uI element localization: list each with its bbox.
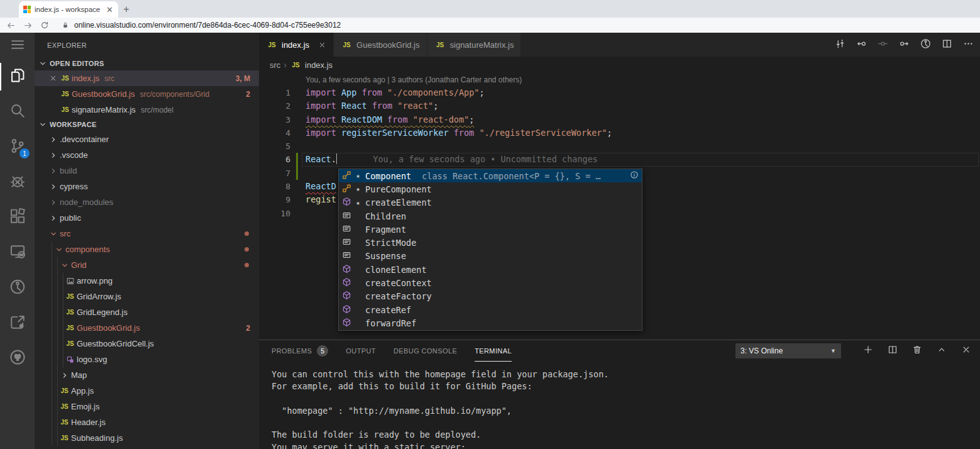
suggestion-label: Children	[365, 211, 406, 221]
code-text: import App from "./components/App";	[306, 86, 485, 99]
tree-file-emoji-js[interactable]: JSEmoji.js	[35, 399, 259, 414]
tree-file-arrow-png[interactable]: arrow.png	[35, 273, 259, 289]
close-icon[interactable]	[47, 74, 59, 82]
tree-folder--vscode[interactable]: .vscode	[35, 147, 259, 163]
tree-folder-src[interactable]: src	[35, 226, 259, 241]
panel-tab-output[interactable]: OUTPUT	[346, 340, 376, 362]
suggestion-component[interactable]: ★Componentclass React.Component<P = {}, …	[339, 169, 642, 182]
editor-tab-signaturematrix-js[interactable]: JSsignatureMatrix.js	[427, 33, 522, 57]
breadcrumb-folder[interactable]: src	[270, 60, 280, 70]
tree-folder-build[interactable]: build	[35, 163, 259, 179]
panel-tab-problems[interactable]: PROBLEMS5	[272, 340, 328, 362]
open-editors-header[interactable]: OPEN EDITORS	[35, 57, 259, 70]
new-tab-button[interactable]: +	[118, 1, 135, 18]
text-cursor	[336, 153, 338, 164]
search-button[interactable]	[0, 94, 35, 130]
inline-blame-annotation: You, a few seconds ago • Uncommitted cha…	[373, 154, 598, 164]
github-button[interactable]	[0, 341, 35, 376]
open-editor-item[interactable]: JSsignatureMatrix.jssrc/model	[35, 102, 259, 118]
explorer-sidebar: EXPLORER OPEN EDITORSJSindex.jssrc3, MJS…	[35, 33, 259, 449]
codelens-annotation[interactable]: You, a few seconds ago | 3 authors (Jona…	[259, 73, 980, 86]
extensions-button[interactable]	[0, 200, 35, 235]
more-actions-icon[interactable]	[963, 38, 974, 52]
indent-guide	[52, 241, 52, 257]
current-change-icon[interactable]	[878, 38, 888, 52]
omnibox[interactable]: online.visualstudio.com/environment/7de8…	[62, 21, 974, 30]
suggestion-label: createFactory	[365, 291, 432, 301]
maximize-panel-icon[interactable]	[937, 345, 947, 357]
suggestion-children[interactable]: Children	[339, 209, 642, 223]
tree-folder-map[interactable]: Map	[35, 367, 259, 383]
info-icon[interactable]	[630, 170, 639, 181]
suggestion-cloneelement[interactable]: cloneElement	[339, 263, 642, 276]
code-editor[interactable]: You, a few seconds ago | 3 authors (Jona…	[259, 73, 980, 340]
suggestion-forwardref[interactable]: forwardRef	[339, 316, 642, 330]
suggestion-purecomponent[interactable]: ★PureComponent	[339, 182, 642, 196]
previous-change-icon[interactable]	[856, 38, 867, 52]
remote-explorer-button[interactable]	[0, 235, 35, 270]
panel-tab-terminal[interactable]: TERMINAL	[475, 340, 512, 362]
split-terminal-icon[interactable]	[888, 345, 898, 357]
live-share-button[interactable]	[0, 306, 35, 341]
panel-tab-debug-console[interactable]: DEBUG CONSOLE	[394, 340, 457, 362]
suggestion-createcontext[interactable]: createContext	[339, 276, 642, 289]
terminal-selector[interactable]: 3: VS Online ▼	[735, 343, 841, 358]
close-panel-icon[interactable]	[961, 345, 971, 357]
tree-folder-public[interactable]: public	[35, 210, 259, 226]
suggestion-suspense[interactable]: Suspense	[339, 250, 642, 263]
environment-icon[interactable]	[920, 38, 931, 52]
close-icon[interactable]	[318, 41, 326, 49]
tree-file-gridlegend-js[interactable]: JSGridLegend.js	[35, 304, 259, 320]
terminal-output[interactable]: You can control this with the homepage f…	[259, 362, 980, 449]
tree-file-gridarrow-js[interactable]: JSGridArrow.js	[35, 289, 259, 304]
source-control-button[interactable]: 1	[0, 130, 35, 165]
image-file-icon	[64, 277, 76, 285]
js-file-icon: JS	[59, 91, 71, 97]
suggestion-createfactory[interactable]: createFactory	[339, 290, 642, 303]
suggestion-createref[interactable]: createRef	[339, 303, 642, 316]
tree-file-logo-svg[interactable]: logo.svg	[35, 352, 259, 367]
tree-file-guestbookgrid-js[interactable]: JSGuestbookGrid.js2	[35, 320, 259, 336]
suggestion-fragment[interactable]: Fragment	[339, 223, 642, 236]
tree-folder-node-modules[interactable]: node_modules	[35, 194, 259, 210]
suggestion-label: cloneElement	[365, 265, 427, 275]
debug-button[interactable]	[0, 165, 35, 200]
split-editor-icon[interactable]	[942, 38, 952, 52]
open-changes-icon[interactable]	[835, 38, 845, 52]
remote-explorer-icon	[9, 243, 26, 262]
environments-button[interactable]	[0, 270, 35, 306]
workspace-header[interactable]: WORKSPACE	[35, 118, 259, 131]
next-change-icon[interactable]	[899, 38, 910, 52]
new-terminal-icon[interactable]	[863, 345, 873, 357]
breadcrumb-file[interactable]: index.js	[305, 60, 333, 70]
close-tab-icon[interactable]: ✕	[106, 5, 114, 14]
back-icon[interactable]	[6, 21, 16, 30]
tree-folder--devcontainer[interactable]: .devcontainer	[35, 131, 259, 147]
tree-folder-components[interactable]: components	[35, 241, 259, 257]
menu-button[interactable]	[0, 33, 35, 59]
tree-folder-cypress[interactable]: cypress	[35, 179, 259, 194]
file-name: GridLegend.js	[77, 308, 128, 317]
field-icon	[342, 250, 351, 262]
tree-file-subheading-js[interactable]: JSSubheading.js	[35, 430, 259, 446]
tree-file-header-js[interactable]: JSHeader.js	[35, 414, 259, 430]
tree-file-guestbookgridcell-js[interactable]: JSGuestbookGridCell.js	[35, 336, 259, 352]
editor-tab-index-js[interactable]: JSindex.js	[259, 33, 334, 57]
forward-icon[interactable]	[23, 21, 33, 30]
browser-toolbar: online.visualstudio.com/environment/7de8…	[0, 18, 980, 33]
open-editor-item[interactable]: JSGuestbookGrid.jssrc/components/Grid2	[35, 86, 259, 102]
environment-icon	[9, 279, 26, 297]
tree-file-app-js[interactable]: JSApp.js	[35, 383, 259, 399]
tree-folder-grid[interactable]: Grid	[35, 257, 259, 273]
suggestion-strictmode[interactable]: StrictMode	[339, 236, 642, 249]
kill-terminal-icon[interactable]	[912, 345, 922, 357]
reload-icon[interactable]	[40, 21, 49, 30]
explorer-button[interactable]	[0, 59, 35, 94]
chevron-down-icon	[36, 58, 48, 69]
suggestion-createelement[interactable]: ★createElement	[339, 196, 642, 209]
editor-tab-guestbookgrid-js[interactable]: JSGuestbookGrid.js	[334, 33, 427, 57]
browser-tab[interactable]: index.js - workspace - Visual Stud ✕	[19, 1, 118, 18]
indent-guide	[57, 336, 58, 352]
indent-guide	[52, 320, 52, 336]
open-editor-item[interactable]: JSindex.jssrc3, M	[35, 70, 259, 86]
